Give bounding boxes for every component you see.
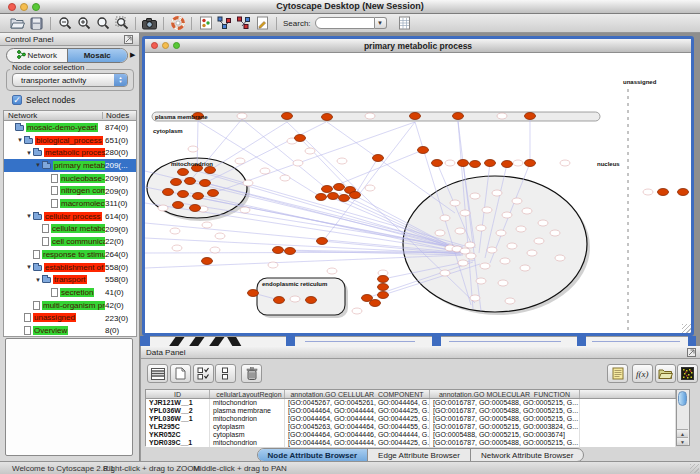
expand-arrow-icon[interactable]: ▼ xyxy=(25,264,33,270)
network-node-selected[interactable] xyxy=(410,113,421,120)
table-cell[interactable]: YLR295C xyxy=(146,423,210,431)
expand-arrow-icon[interactable]: ▼ xyxy=(34,277,42,283)
network-node[interactable] xyxy=(352,308,362,314)
network-node-selected[interactable] xyxy=(350,192,361,199)
node-color-dropdown[interactable]: transporter activity ▲▼ xyxy=(12,73,128,87)
network-node[interactable] xyxy=(440,215,450,221)
table-cell[interactable]: [GO:0045263, GO:0044464, GO:0044455, G..… xyxy=(285,423,430,431)
network-node-selected[interactable] xyxy=(285,248,296,255)
table-cell[interactable]: YDR039C__1 xyxy=(146,439,210,447)
network-node[interactable] xyxy=(527,250,537,256)
network-node[interactable] xyxy=(498,280,508,286)
select-nodes-checkbox[interactable]: ✓ xyxy=(12,95,22,105)
tab-mosaic[interactable]: Mosaic xyxy=(67,49,128,62)
network-node-selected[interactable] xyxy=(658,189,669,196)
expand-arrow-icon[interactable]: ▼ xyxy=(34,162,42,168)
network-node[interactable] xyxy=(460,210,470,216)
network-node[interactable] xyxy=(476,225,486,231)
table-cell[interactable]: [GO:0044464, GO:0044444, GO:0044425, G..… xyxy=(285,439,430,447)
save-session-button[interactable] xyxy=(27,15,46,32)
network-node[interactable] xyxy=(327,268,337,274)
search-input[interactable] xyxy=(315,17,375,29)
snapshot-button[interactable] xyxy=(140,15,159,32)
network-node-selected[interactable] xyxy=(334,184,345,191)
column-header[interactable]: _cellularLayoutRegion xyxy=(210,390,285,398)
network-node-selected[interactable] xyxy=(362,295,373,302)
network-node[interactable] xyxy=(550,230,560,236)
zoom-out-button[interactable] xyxy=(55,15,74,32)
tree-row-multi-organism-pro[interactable]: multi-organism pro42(0) xyxy=(4,299,136,312)
table-row[interactable]: YPL036W__1mitochondrion[GO:0044464, GO:0… xyxy=(146,415,676,423)
tree-row-cell-communicat[interactable]: cell communicat22(0) xyxy=(4,235,136,248)
expand-arrow-icon[interactable]: ▼ xyxy=(16,137,24,143)
tab-overflow-arrow[interactable]: ▶ xyxy=(130,51,135,59)
table-cell[interactable]: [GO:0016787, GO:0005488, GO:0005215, G..… xyxy=(430,415,580,423)
network-node-selected[interactable] xyxy=(306,297,317,304)
float-panel-icon[interactable] xyxy=(124,35,133,44)
network-node-selected[interactable] xyxy=(378,292,389,299)
table-row[interactable]: YDR039C__1mitochondrion[GO:0044464, GO:0… xyxy=(146,439,676,447)
network-node[interactable] xyxy=(512,198,522,204)
table-cell[interactable]: YKR052C xyxy=(146,431,210,439)
tree-row-macromolecule[interactable]: macromolecule311(0) xyxy=(4,197,136,210)
annotation-button[interactable] xyxy=(253,15,272,32)
network-node-selected[interactable] xyxy=(339,195,350,202)
network-node-selected[interactable] xyxy=(418,147,429,154)
network-node-selected[interactable] xyxy=(248,290,259,297)
network-node-selected[interactable] xyxy=(470,161,481,168)
network-node[interactable] xyxy=(235,158,245,164)
network-node-selected[interactable] xyxy=(378,276,389,283)
zoom-selected-button[interactable] xyxy=(112,15,131,32)
network-node[interactable] xyxy=(516,226,526,232)
table-cell[interactable]: mitochondrion xyxy=(210,415,285,423)
network-node-selected[interactable] xyxy=(273,247,284,254)
table-row[interactable]: YPL036W__2plasma membrane[GO:0044464, GO… xyxy=(146,407,676,415)
network-node[interactable] xyxy=(305,148,315,154)
network-node-selected[interactable] xyxy=(205,167,216,174)
attribute-notes-button[interactable] xyxy=(607,364,628,383)
select-attributes-button[interactable] xyxy=(193,364,214,383)
layout-1-button[interactable] xyxy=(215,15,234,32)
table-cell[interactable]: plasma membrane xyxy=(210,407,285,415)
window-resize-grip[interactable] xyxy=(682,324,691,333)
table-row[interactable]: YKR052Ccytoplasm[GO:0044464, GO:0044446,… xyxy=(146,431,676,439)
layout-2-button[interactable] xyxy=(234,15,253,32)
network-node[interactable] xyxy=(505,298,515,304)
table-cell[interactable]: [GO:0016787, GO:0005488, GO:0005215, G..… xyxy=(430,399,580,407)
network-node[interactable] xyxy=(458,260,468,266)
tab-edge-attribute-browser[interactable]: Edge Attribute Browser xyxy=(368,449,471,461)
network-node[interactable] xyxy=(243,180,253,186)
network-node[interactable] xyxy=(455,228,465,234)
tree-row-establishment-of-lo[interactable]: ▼establishment of lo558(0) xyxy=(4,261,136,274)
zoom-fit-button[interactable] xyxy=(93,15,112,32)
network-node-selected[interactable] xyxy=(178,191,189,198)
network-node[interactable] xyxy=(522,208,532,214)
expand-arrow-icon[interactable]: ▼ xyxy=(25,213,33,219)
network-node-selected[interactable] xyxy=(322,186,333,193)
network-node[interactable] xyxy=(450,200,460,206)
network-node[interactable] xyxy=(158,205,168,211)
matrix-view-button[interactable] xyxy=(677,364,698,383)
network-node-selected[interactable] xyxy=(208,190,219,197)
network-node-selected[interactable] xyxy=(200,180,211,187)
import-attributes-button[interactable] xyxy=(655,364,676,383)
network-node[interactable] xyxy=(500,258,510,264)
search-dropdown-arrow[interactable]: ▼ xyxy=(375,17,387,29)
table-cell[interactable]: mitochondrion xyxy=(210,439,285,447)
tab-network-attribute-browser[interactable]: Network Attribute Browser xyxy=(471,449,583,461)
network-node[interactable] xyxy=(466,253,476,259)
network-node[interactable] xyxy=(172,245,182,251)
network-node-selected[interactable] xyxy=(678,189,689,196)
network-node[interactable] xyxy=(534,238,544,244)
network-node[interactable] xyxy=(210,247,220,253)
network-node[interactable] xyxy=(560,160,570,166)
network-node[interactable] xyxy=(643,189,653,195)
network-node[interactable] xyxy=(555,255,565,261)
scrollbar-thumb[interactable] xyxy=(678,391,687,406)
table-cell[interactable]: [GO:0005488, GO:0005215, GO:0003674] xyxy=(430,431,580,439)
table-cell[interactable]: YJR121W__1 xyxy=(146,399,210,407)
network-node-selected[interactable] xyxy=(316,194,327,201)
network-node[interactable] xyxy=(240,207,250,213)
network-node[interactable] xyxy=(520,265,530,271)
table-row[interactable]: YLR295Ccytoplasm[GO:0045263, GO:0044464,… xyxy=(146,423,676,431)
